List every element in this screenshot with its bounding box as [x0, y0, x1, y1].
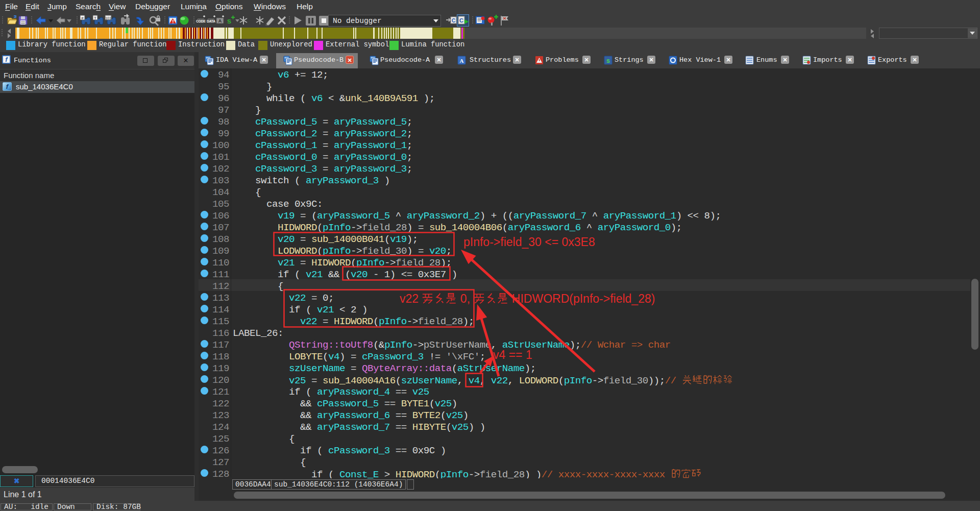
svg-text:CODE: CODE	[196, 19, 206, 23]
svg-text:A: A	[460, 58, 464, 64]
svg-text:S: S	[606, 58, 610, 64]
svg-text:C: C	[459, 17, 463, 23]
svg-text:DATA: DATA	[207, 19, 215, 23]
svg-text:s: s	[227, 17, 231, 26]
svg-text:C: C	[452, 18, 455, 23]
svg-text:T: T	[94, 16, 96, 20]
svg-text:No debugger: No debugger	[333, 17, 382, 25]
svg-text:101: 101	[105, 16, 111, 20]
svg-text:A: A	[218, 18, 222, 23]
svg-text:#: #	[81, 16, 84, 20]
